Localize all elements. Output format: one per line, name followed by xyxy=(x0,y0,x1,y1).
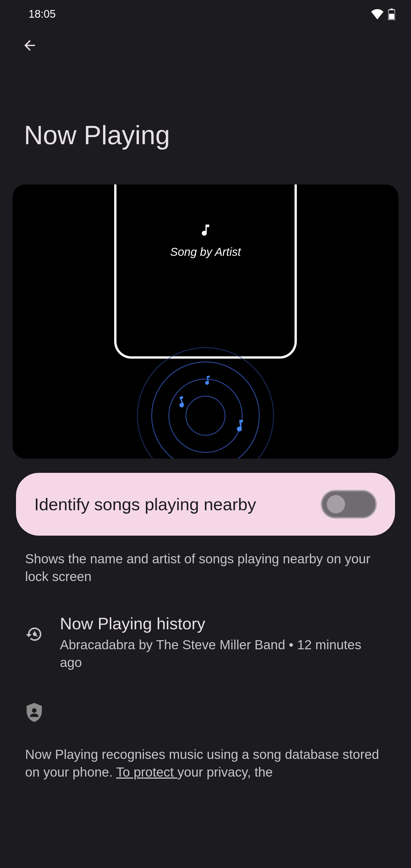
history-title: Now Playing history xyxy=(60,614,386,633)
song-label: Song by Artist xyxy=(170,246,241,258)
music-note-icon xyxy=(198,222,213,239)
status-icons xyxy=(371,8,395,20)
privacy-text: Now Playing recognises music using a son… xyxy=(25,745,386,781)
svg-rect-2 xyxy=(389,14,394,19)
status-bar: 18:05 xyxy=(0,0,411,26)
identify-songs-switch[interactable] xyxy=(321,490,377,519)
history-subtitle: Abracadabra by The Steve Miller Band • 1… xyxy=(60,636,386,671)
back-button[interactable] xyxy=(0,26,411,55)
svg-rect-1 xyxy=(390,8,393,10)
feature-description: Shows the name and artist of songs playi… xyxy=(0,550,411,585)
history-icon xyxy=(25,625,43,643)
arrow-back-icon xyxy=(22,37,38,53)
hero-illustration: Song by Artist xyxy=(12,184,399,459)
identify-songs-toggle-row[interactable]: Identify songs playing nearby xyxy=(16,473,395,536)
phone-frame-illustration: Song by Artist xyxy=(114,184,297,359)
page-title: Now Playing xyxy=(0,55,411,173)
status-time: 18:05 xyxy=(29,8,56,20)
music-note-blue-icon xyxy=(231,416,249,435)
privacy-link[interactable]: To protect xyxy=(116,765,178,779)
identify-songs-label: Identify songs playing nearby xyxy=(34,495,256,514)
wifi-icon xyxy=(371,9,384,20)
privacy-section: Now Playing recognises music using a son… xyxy=(0,683,411,781)
privacy-shield-icon xyxy=(25,703,43,724)
svg-point-4 xyxy=(32,708,36,713)
battery-icon xyxy=(388,8,395,20)
history-item[interactable]: Now Playing history Abracadabra by The S… xyxy=(0,585,411,683)
